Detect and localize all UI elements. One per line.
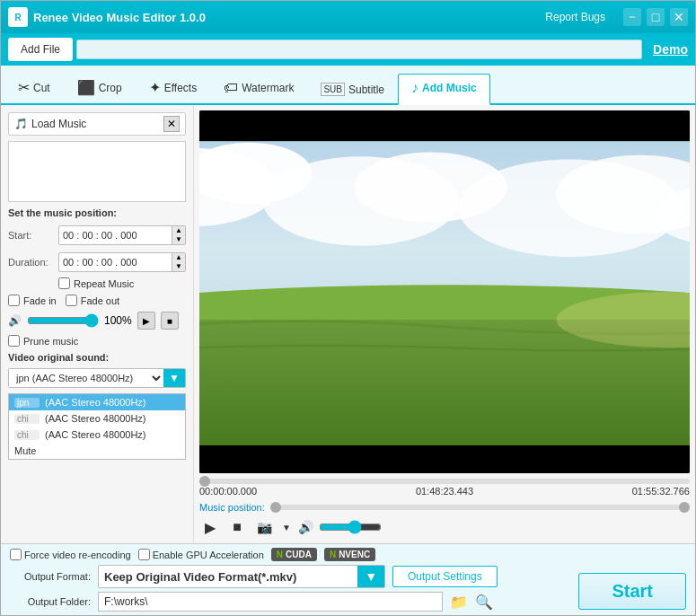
subtitle-icon: SUB bbox=[321, 83, 345, 96]
tab-subtitle[interactable]: SUB Subtitle bbox=[307, 76, 398, 103]
repeat-music-checkbox[interactable] bbox=[58, 277, 70, 289]
time-mid: 01:48:23.443 bbox=[416, 486, 473, 497]
start-spin-up[interactable]: ▲ bbox=[172, 226, 185, 235]
enable-gpu-checkbox[interactable] bbox=[138, 549, 150, 560]
stop-preview-button[interactable]: ■ bbox=[161, 312, 179, 330]
format-arrow-button[interactable]: ▼ bbox=[357, 566, 384, 587]
sound-dropdown-arrow[interactable]: ▼ bbox=[163, 369, 185, 387]
fade-in-checkbox[interactable] bbox=[8, 295, 20, 306]
report-bugs-link[interactable]: Report Bugs bbox=[545, 11, 605, 23]
cuda-nvidia-icon: N bbox=[277, 550, 283, 559]
add-file-button[interactable]: Add File bbox=[8, 38, 73, 61]
screenshot-dropdown-button[interactable]: ▼ bbox=[280, 516, 293, 538]
force-encoding-text: Force video re-encoding bbox=[24, 550, 131, 560]
tab-cut[interactable]: ✂ Cut bbox=[4, 73, 64, 103]
duration-spin-buttons: ▲ ▼ bbox=[172, 253, 185, 271]
bottom-row2: Output Format: Keep Original Video Forma… bbox=[10, 565, 569, 588]
music-list-box[interactable] bbox=[8, 141, 186, 202]
demo-label: Demo bbox=[653, 42, 688, 57]
bottom-main: Output Format: Keep Original Video Forma… bbox=[10, 565, 686, 612]
speaker-icon: 🔊 bbox=[8, 314, 22, 327]
format-select-wrapper: Keep Original Video Format(*.mkv) ▼ bbox=[98, 565, 385, 588]
start-label: Start: bbox=[8, 230, 53, 241]
svg-rect-1 bbox=[199, 443, 690, 473]
duration-label: Duration: bbox=[8, 257, 53, 268]
fade-out-checkbox[interactable] bbox=[66, 295, 77, 306]
repeat-music-label: Repeat Music bbox=[74, 278, 134, 289]
timeline-thumb bbox=[199, 476, 210, 487]
crop-icon: ⬛ bbox=[77, 79, 95, 96]
play-button[interactable]: ▶ bbox=[199, 516, 221, 538]
tab-crop[interactable]: ⬛ Crop bbox=[64, 73, 136, 103]
maximize-button[interactable]: □ bbox=[647, 8, 665, 26]
fade-out-label: Fade out bbox=[81, 295, 119, 306]
duration-input[interactable] bbox=[59, 255, 172, 269]
dropdown-item-2-label: (AAC Stereo 48000Hz) bbox=[45, 429, 146, 440]
bottom-right-area: Start bbox=[569, 573, 686, 612]
volume-percent: 100% bbox=[104, 314, 132, 327]
browse-folder-button[interactable]: 📁 bbox=[450, 594, 468, 611]
tab-bar: ✂ Cut ⬛ Crop ✦ Effects 🏷 Watermark SUB S… bbox=[1, 66, 695, 105]
svg-rect-0 bbox=[199, 110, 690, 141]
start-button[interactable]: Start bbox=[578, 573, 686, 610]
start-time-input-wrapper: 00 : 00 : 00 . 000 ▲ ▼ bbox=[58, 225, 186, 245]
tab-crop-label: Crop bbox=[99, 82, 122, 94]
close-button[interactable]: ✕ bbox=[670, 8, 688, 26]
tab-watermark[interactable]: 🏷 Watermark bbox=[210, 74, 307, 103]
start-spin-buttons: ▲ ▼ bbox=[172, 226, 185, 244]
format-select-input[interactable]: Keep Original Video Format(*.mkv) bbox=[99, 568, 357, 586]
bottom-row1: Force video re-encoding Enable GPU Accel… bbox=[10, 548, 686, 561]
sound-dropdown-wrapper: jpn (AAC Stereo 48000Hz) chi (AAC Stereo… bbox=[8, 368, 186, 388]
search-folder-button[interactable]: 🔍 bbox=[475, 594, 493, 611]
start-spin-down[interactable]: ▼ bbox=[172, 235, 185, 244]
repeat-music-checkbox-label[interactable]: Repeat Music bbox=[58, 277, 134, 289]
play-preview-button[interactable]: ▶ bbox=[137, 312, 155, 330]
duration-spin-down[interactable]: ▼ bbox=[172, 262, 185, 271]
fade-in-checkbox-label[interactable]: Fade in bbox=[8, 295, 57, 306]
dropdown-item-1[interactable]: chi (AAC Stereo 48000Hz) bbox=[9, 410, 185, 427]
mute-item[interactable]: Mute bbox=[9, 443, 185, 459]
main-window: R Renee Video Music Editor 1.0.0 Report … bbox=[0, 0, 696, 616]
dropdown-item-0-label: (AAC Stereo 48000Hz) bbox=[45, 397, 146, 408]
controls-row: ▶ ■ 📷 ▼ 🔊 bbox=[199, 516, 690, 538]
stop-button[interactable]: ■ bbox=[226, 516, 248, 538]
prune-music-checkbox-label[interactable]: Prune music bbox=[8, 335, 78, 347]
repeat-music-row: Repeat Music bbox=[58, 277, 186, 289]
audio-volume-slider[interactable] bbox=[319, 520, 382, 534]
volume-slider[interactable] bbox=[27, 313, 99, 328]
tab-add-music[interactable]: ♪ Add Music bbox=[398, 74, 490, 105]
force-encoding-checkbox[interactable] bbox=[10, 549, 22, 560]
start-time-input[interactable]: 00 : 00 : 00 . 000 bbox=[59, 228, 172, 242]
nvenc-nvidia-icon: N bbox=[330, 550, 336, 559]
enable-gpu-label[interactable]: Enable GPU Acceleration bbox=[138, 549, 264, 560]
prune-music-checkbox[interactable] bbox=[8, 335, 20, 347]
file-path-input[interactable] bbox=[76, 40, 642, 59]
timeline-times: 00:00:00.000 01:48:23.443 01:55:32.766 bbox=[199, 486, 690, 497]
tab-effects[interactable]: ✦ Effects bbox=[136, 73, 210, 103]
music-pos-thumb-left bbox=[270, 502, 281, 513]
audio-icon: 🔊 bbox=[298, 520, 313, 534]
load-music-button[interactable]: 🎵 Load Music bbox=[14, 118, 86, 130]
timeline-row: 00:00:00.000 01:48:23.443 01:55:32.766 bbox=[199, 477, 690, 498]
nvenc-badge: N NVENC bbox=[324, 548, 375, 561]
music-position-label: Music position: bbox=[199, 502, 265, 513]
dropdown-item-2[interactable]: chi (AAC Stereo 48000Hz) bbox=[9, 427, 185, 443]
sound-dropdown[interactable]: jpn (AAC Stereo 48000Hz) chi (AAC Stereo… bbox=[9, 369, 163, 387]
folder-path-input[interactable]: F:\works\ bbox=[98, 592, 443, 612]
toolbar: Add File Demo bbox=[1, 33, 695, 66]
close-music-button[interactable]: ✕ bbox=[163, 116, 180, 132]
duration-spin-up[interactable]: ▲ bbox=[172, 253, 185, 262]
minimize-button[interactable]: － bbox=[623, 8, 641, 26]
tab-subtitle-label: Subtitle bbox=[348, 84, 384, 96]
dropdown-item-2-tag: chi bbox=[14, 430, 40, 440]
force-encoding-label[interactable]: Force video re-encoding bbox=[10, 549, 131, 560]
dropdown-item-0[interactable]: jpn (AAC Stereo 48000Hz) bbox=[9, 394, 185, 410]
output-settings-button[interactable]: Output Settings bbox=[392, 566, 498, 587]
output-format-label: Output Format: bbox=[10, 571, 91, 582]
cuda-badge: N CUDA bbox=[271, 548, 317, 561]
output-folder-label: Output Folder: bbox=[10, 596, 91, 607]
screenshot-button[interactable]: 📷 bbox=[253, 516, 275, 538]
tab-effects-label: Effects bbox=[164, 82, 197, 94]
fade-out-checkbox-label[interactable]: Fade out bbox=[66, 295, 119, 306]
duration-time-row: Duration: ▲ ▼ bbox=[8, 252, 186, 272]
